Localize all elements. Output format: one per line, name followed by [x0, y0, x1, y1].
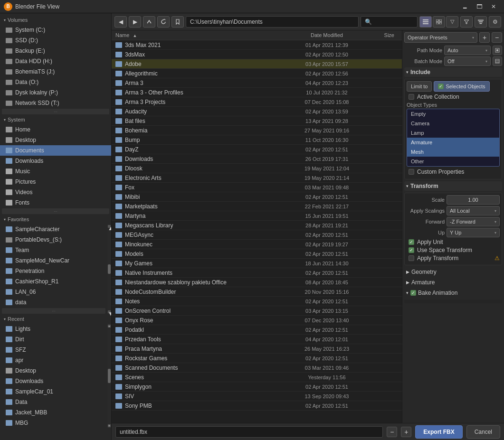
file-row[interactable]: Models 02 Apr 2020 12:51	[112, 249, 402, 259]
file-row[interactable]: Scanned Documents 03 Mar 2021 09:46	[112, 363, 402, 373]
maximize-button[interactable]: 🗖	[473, 1, 486, 12]
col-name-header[interactable]: Name ▲	[115, 32, 289, 38]
custom-properties-checkbox[interactable]	[409, 169, 414, 175]
file-row[interactable]: Downloads 26 Oct 2019 17:31	[112, 154, 402, 164]
volumes-more[interactable]: ···	[2, 109, 109, 114]
favorites-scroll-down[interactable]: ▼	[108, 310, 111, 313]
sidebar-item-data-hdd-h[interactable]: Data HDD (H:)	[0, 56, 111, 66]
batch-mode-select[interactable]: Off ▾	[444, 56, 491, 66]
sidebar-item-desktop-recent[interactable]: Desktop	[0, 365, 107, 376]
sidebar-item-backup-e[interactable]: Backup (E:)	[0, 46, 111, 56]
selected-objects-button[interactable]: ✓ Selected Objects	[434, 81, 489, 92]
refresh-button[interactable]	[157, 16, 170, 28]
sidebar-item-lights[interactable]: Lights	[0, 324, 107, 334]
parent-button[interactable]	[143, 16, 155, 28]
file-row[interactable]: Fox 03 Mar 2021 09:48	[112, 183, 402, 192]
file-row[interactable]: OnScreen Control 03 Apr 2020 13:15	[112, 306, 402, 316]
view-options-button[interactable]: ▽	[446, 16, 458, 28]
apply-scalings-select[interactable]: All Local ▾	[447, 206, 500, 215]
file-row[interactable]: Sony PMB 02 Apr 2020 12:51	[112, 401, 402, 411]
sidebar-item-penetration[interactable]: Penetration	[0, 266, 107, 276]
file-row[interactable]: Adobe 03 Apr 2020 15:57	[112, 59, 402, 69]
recent-section-header[interactable]: ▾ Recent	[0, 314, 111, 324]
favorites-scroll-up[interactable]: ▲	[108, 225, 111, 228]
limit-to-button[interactable]: Limit to	[407, 81, 432, 92]
sidebar-item-mbg[interactable]: MBG	[0, 418, 107, 428]
file-row[interactable]: Arma 3 - Other Profiles 10 Jul 2020 21:3…	[112, 88, 402, 97]
file-row[interactable]: Electronic Arts 19 May 2020 21:14	[112, 173, 402, 183]
export-fbx-button[interactable]: Export FBX	[415, 425, 462, 439]
sidebar-item-downloads-recent[interactable]: Downloads	[0, 376, 107, 386]
recent-scroll-up[interactable]: ▲	[108, 325, 111, 328]
favorites-more[interactable]: ···	[2, 308, 105, 314]
obj-type-mesh[interactable]: Mesh	[407, 147, 499, 157]
sidebar-item-pictures[interactable]: Pictures	[0, 177, 111, 187]
sidebar-item-data-recent[interactable]: Data	[0, 397, 107, 407]
sidebar-item-downloads[interactable]: Downloads	[0, 156, 111, 166]
sidebar-item-lan06[interactable]: LAN_06	[0, 287, 107, 297]
sidebar-item-data-fav[interactable]: data	[0, 297, 107, 308]
minus-button[interactable]: −	[387, 427, 397, 437]
obj-type-empty[interactable]: Empty	[407, 109, 499, 119]
file-row[interactable]: Rockstar Games 02 Apr 2020 12:51	[112, 354, 402, 363]
back-button[interactable]: ◀	[114, 16, 127, 28]
sidebar-item-music[interactable]: Music	[0, 166, 111, 177]
sidebar-item-jacket-mbb[interactable]: Jacket_MBB	[0, 407, 107, 418]
system-section-header[interactable]: ▾ System	[0, 115, 111, 124]
sidebar-item-portabledevs[interactable]: PortableDevs_(S:)	[0, 234, 107, 245]
file-row[interactable]: Bat files 13 Apr 2021 09:28	[112, 116, 402, 126]
sidebar-item-samplecharacter[interactable]: SampleCharacter	[0, 224, 107, 234]
path-mode-select[interactable]: Auto ▾	[444, 46, 491, 55]
file-row[interactable]: Notes 02 Apr 2020 12:51	[112, 297, 402, 306]
file-row[interactable]: 3dsMax 02 Apr 2020 12:50	[112, 50, 402, 59]
file-row[interactable]: NodeCustomBuilder 20 Nov 2020 15:16	[112, 287, 402, 297]
file-row[interactable]: Megascans Library 28 Apr 2021 19:21	[112, 221, 402, 230]
add-preset-button[interactable]: +	[479, 32, 490, 43]
col-size-header[interactable]: Size	[365, 32, 398, 38]
scale-input[interactable]: 1.00	[447, 195, 500, 205]
sidebar-item-home[interactable]: Home	[0, 124, 111, 135]
obj-type-lamp[interactable]: Lamp	[407, 128, 499, 138]
transform-section-collapse[interactable]: ▾ Transform	[404, 181, 502, 191]
file-row[interactable]: Arma 3 Projects 07 Dec 2020 15:08	[112, 97, 402, 107]
file-row[interactable]: Praca Martyna 26 May 2021 16:23	[112, 344, 402, 354]
armature-section-collapse[interactable]: ▶ Armature	[404, 278, 502, 287]
cancel-button[interactable]: Cancel	[466, 425, 500, 439]
sidebar-item-network-t[interactable]: Network SSD (T:)	[0, 98, 111, 108]
system-more[interactable]: ···	[2, 208, 109, 214]
include-section-collapse[interactable]: ▾ Include	[404, 67, 502, 77]
volumes-section-header[interactable]: ▾ Volumes	[0, 15, 111, 25]
sidebar-item-samplecar[interactable]: SampleCar_01	[0, 386, 107, 397]
view-grid-button[interactable]	[433, 16, 445, 28]
sidebar-item-cashiershop[interactable]: CashierShop_R1	[0, 276, 107, 287]
file-row[interactable]: Simplygon 02 Apr 2020 12:51	[112, 382, 402, 392]
file-row[interactable]: SIV 13 Sep 2020 09:43	[112, 392, 402, 401]
sidebar-item-documents[interactable]: Documents	[0, 145, 111, 156]
active-collection-checkbox[interactable]	[409, 94, 414, 100]
file-row[interactable]: Podatkl 02 Apr 2020 12:51	[112, 325, 402, 335]
file-row[interactable]: My Games 18 Jun 2021 14:30	[112, 259, 402, 268]
sidebar-item-bohemiats-j[interactable]: BohemiaTS (J:)	[0, 66, 111, 77]
sort-button[interactable]	[475, 16, 487, 28]
recent-scroll-down[interactable]: ▼	[108, 424, 111, 427]
apply-unit-checkbox[interactable]: ✓	[409, 239, 414, 245]
favorites-scrollbar-thumb[interactable]	[108, 264, 111, 274]
sidebar-item-sfz[interactable]: SFZ	[0, 345, 107, 355]
sidebar-item-apr[interactable]: apr	[0, 355, 107, 365]
file-row[interactable]: Marketplaats 22 Feb 2021 22:17	[112, 202, 402, 211]
remove-preset-button[interactable]: −	[492, 32, 502, 43]
search-bar[interactable]: 🔍	[361, 16, 418, 28]
favorites-section-header[interactable]: ▾ Favorites	[0, 215, 111, 224]
plus-button[interactable]: +	[401, 427, 411, 437]
apply-transform-checkbox[interactable]	[409, 255, 414, 261]
file-row[interactable]: Przedan Tools 04 Apr 2020 12:01	[112, 335, 402, 344]
file-row[interactable]: Arma 3 04 Apr 2020 12:23	[112, 78, 402, 88]
sidebar-item-team[interactable]: Team	[0, 245, 107, 255]
obj-type-camera[interactable]: Camera	[407, 119, 499, 128]
forward-select[interactable]: -Z Forward ▾	[447, 217, 500, 226]
sidebar-item-data-o[interactable]: Data (O:)	[0, 77, 111, 87]
bake-animation-section-collapse[interactable]: ▾ ✓ Bake Animation	[404, 288, 502, 298]
file-row[interactable]: Bohemia 27 May 2021 09:16	[112, 126, 402, 135]
bake-animation-checkbox[interactable]: ✓	[410, 290, 416, 296]
use-space-transform-checkbox[interactable]: ✓	[409, 247, 414, 253]
